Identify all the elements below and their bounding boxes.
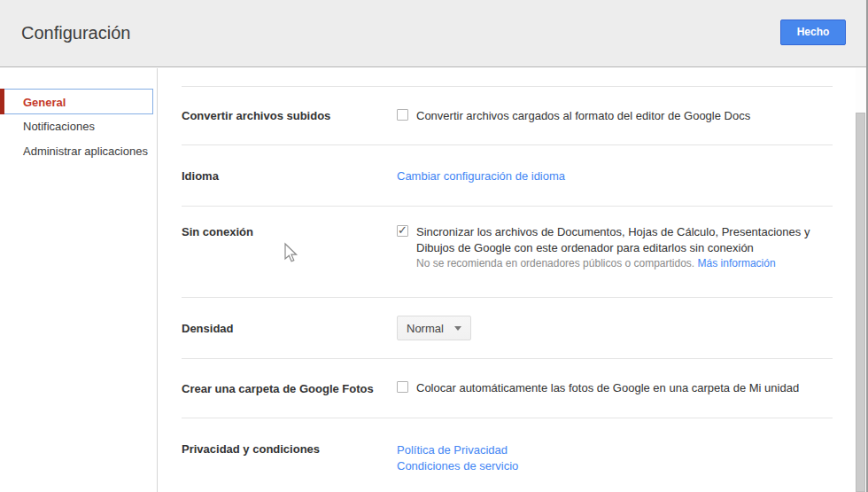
checkbox-label-line2: Dibujos de Google con este ordenador par… bbox=[416, 240, 810, 256]
photos-folder-checkbox[interactable] bbox=[397, 381, 408, 393]
done-button[interactable]: Hecho bbox=[780, 20, 846, 45]
setting-row-privacy: Privacidad y condiciones Política de Pri… bbox=[182, 418, 833, 492]
privacy-policy-link[interactable]: Política de Privacidad bbox=[397, 442, 833, 458]
setting-row-convert-uploads: Convertir archivos subidos Convertir arc… bbox=[182, 86, 833, 144]
page-title: Configuración bbox=[21, 23, 130, 43]
vertical-scrollbar[interactable] bbox=[856, 68, 866, 492]
scrollbar-thumb[interactable] bbox=[856, 113, 865, 492]
terms-of-service-link[interactable]: Condiciones de servicio bbox=[397, 458, 833, 474]
setting-row-google-photos: Crear una carpeta de Google Fotos Coloca… bbox=[182, 358, 833, 418]
setting-label: Sin conexión bbox=[182, 224, 397, 238]
settings-dialog: Configuración Hecho General Notificacion… bbox=[0, 0, 868, 492]
setting-row-language: Idioma Cambiar configuración de idioma bbox=[182, 144, 833, 206]
density-dropdown-value: Normal bbox=[407, 322, 444, 335]
offline-note: No se recomienda en ordenadores públicos… bbox=[416, 257, 694, 269]
change-language-link[interactable]: Cambiar configuración de idioma bbox=[397, 169, 565, 183]
checkmark-icon: ✓ bbox=[398, 223, 407, 237]
setting-row-offline: Sin conexión ✓ Sincronizar los archivos … bbox=[182, 206, 833, 297]
setting-row-density: Densidad Normal bbox=[182, 297, 833, 358]
setting-label: Densidad bbox=[182, 322, 397, 335]
sidebar-item-label: Administrar aplicaciones bbox=[23, 144, 148, 158]
selected-indicator-bar bbox=[0, 89, 4, 114]
setting-label: Idioma bbox=[182, 169, 397, 183]
offline-sync-checkbox[interactable]: ✓ bbox=[397, 225, 408, 237]
setting-label: Convertir archivos subidos bbox=[182, 109, 397, 122]
sidebar-item-general[interactable]: General bbox=[0, 89, 153, 114]
more-info-link[interactable]: Más información bbox=[698, 257, 776, 269]
dialog-header: Configuración Hecho bbox=[0, 0, 868, 67]
setting-label: Crear una carpeta de Google Fotos bbox=[182, 382, 397, 395]
checkbox-label-line1: Sincronizar los archivos de Documentos, … bbox=[416, 224, 810, 240]
settings-sidebar: General Notificaciones Administrar aplic… bbox=[0, 68, 158, 492]
checkbox-label: Convertir archivos cargados al formato d… bbox=[416, 108, 750, 124]
convert-uploads-checkbox[interactable] bbox=[397, 109, 408, 121]
checkbox-label: Colocar automáticamente las fotos de Goo… bbox=[416, 380, 799, 396]
sidebar-item-notificaciones[interactable]: Notificaciones bbox=[0, 114, 157, 139]
sidebar-item-administrar-aplicaciones[interactable]: Administrar aplicaciones bbox=[0, 139, 157, 164]
density-dropdown[interactable]: Normal bbox=[397, 316, 471, 340]
sidebar-item-label: General bbox=[23, 96, 66, 109]
setting-label: Privacidad y condiciones bbox=[182, 442, 397, 456]
settings-main: Convertir archivos subidos Convertir arc… bbox=[158, 68, 868, 492]
chevron-down-icon bbox=[454, 326, 461, 331]
sidebar-item-label: Notificaciones bbox=[23, 120, 95, 133]
